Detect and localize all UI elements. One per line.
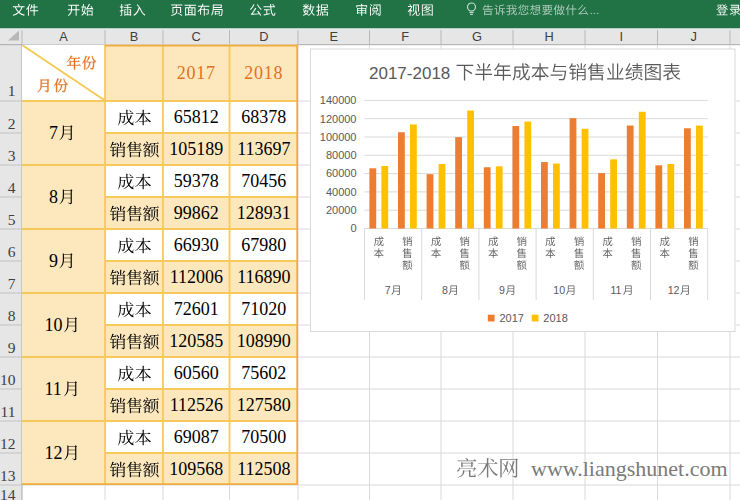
svg-text:1: 1 <box>8 82 16 99</box>
svg-text:2017: 2017 <box>500 312 524 324</box>
svg-text:109568: 109568 <box>169 459 223 479</box>
svg-text:70456: 70456 <box>241 171 286 191</box>
svg-text:72601: 72601 <box>174 299 219 319</box>
svg-text:F: F <box>401 29 409 44</box>
svg-text:6: 6 <box>8 243 16 260</box>
svg-text:B: B <box>130 29 139 44</box>
svg-text:68378: 68378 <box>241 107 286 127</box>
svg-text:140000: 140000 <box>320 94 357 106</box>
svg-text:G: G <box>472 29 482 44</box>
svg-text:13: 13 <box>0 467 16 484</box>
svg-text:7: 7 <box>8 275 16 292</box>
svg-text:10: 10 <box>0 371 16 388</box>
svg-text:108990: 108990 <box>237 331 291 351</box>
svg-text:80000: 80000 <box>326 149 357 161</box>
svg-text:99862: 99862 <box>174 203 219 223</box>
svg-text:8: 8 <box>8 307 16 324</box>
svg-text:A: A <box>59 29 68 44</box>
svg-text:70500: 70500 <box>241 427 286 447</box>
svg-text:127580: 127580 <box>237 395 291 415</box>
svg-text:120000: 120000 <box>320 113 357 125</box>
svg-text:69087: 69087 <box>174 427 219 447</box>
svg-text:9: 9 <box>499 284 505 296</box>
svg-text:120585: 120585 <box>169 331 223 351</box>
svg-text:60560: 60560 <box>174 363 219 383</box>
svg-text:67980: 67980 <box>241 235 286 255</box>
svg-text:59378: 59378 <box>174 171 219 191</box>
svg-text:9: 9 <box>8 339 16 356</box>
svg-text:11: 11 <box>45 379 62 399</box>
svg-text:0: 0 <box>350 222 356 234</box>
svg-text:11: 11 <box>611 284 622 296</box>
svg-text:H: H <box>544 29 553 44</box>
svg-text:116890: 116890 <box>237 267 290 287</box>
svg-text:8: 8 <box>49 187 58 207</box>
svg-text:128931: 128931 <box>237 203 291 223</box>
svg-text:112508: 112508 <box>237 459 290 479</box>
svg-text:2: 2 <box>8 115 16 132</box>
svg-text:66930: 66930 <box>174 235 219 255</box>
svg-text:10: 10 <box>45 315 63 335</box>
svg-text:9: 9 <box>49 251 58 271</box>
svg-text:3: 3 <box>8 147 16 164</box>
svg-text:2017-2018: 2017-2018 <box>369 64 450 83</box>
svg-text:I: I <box>619 29 623 44</box>
svg-text:2018: 2018 <box>543 312 567 324</box>
svg-text:2018: 2018 <box>244 63 283 83</box>
svg-text:J: J <box>691 29 697 44</box>
svg-text:...: ... <box>590 3 600 16</box>
svg-text:7: 7 <box>385 284 391 296</box>
svg-text:C: C <box>192 29 201 44</box>
svg-text:75602: 75602 <box>241 363 286 383</box>
svg-text:65812: 65812 <box>174 107 219 127</box>
svg-text:7: 7 <box>49 123 58 143</box>
svg-text:60000: 60000 <box>326 167 357 179</box>
svg-text:71020: 71020 <box>241 299 286 319</box>
svg-text:40000: 40000 <box>326 186 357 198</box>
svg-text:E: E <box>330 29 339 44</box>
svg-text:12: 12 <box>668 284 680 296</box>
svg-text:20000: 20000 <box>326 204 357 216</box>
svg-text:4: 4 <box>8 179 16 196</box>
svg-text:D: D <box>259 29 268 44</box>
svg-text:12: 12 <box>0 435 16 452</box>
svg-text:14: 14 <box>0 486 16 500</box>
svg-text:112526: 112526 <box>170 395 223 415</box>
svg-text:105189: 105189 <box>169 139 223 159</box>
svg-text:www.liangshunet.com: www.liangshunet.com <box>531 456 728 481</box>
svg-text:112006: 112006 <box>170 267 223 287</box>
svg-text:113697: 113697 <box>237 139 290 159</box>
svg-text:100000: 100000 <box>320 131 357 143</box>
svg-text:2017: 2017 <box>177 63 216 83</box>
svg-text:8: 8 <box>442 284 448 296</box>
svg-text:10: 10 <box>553 284 565 296</box>
svg-text:11: 11 <box>1 403 16 420</box>
svg-text:12: 12 <box>45 443 63 463</box>
svg-text:5: 5 <box>8 211 16 228</box>
